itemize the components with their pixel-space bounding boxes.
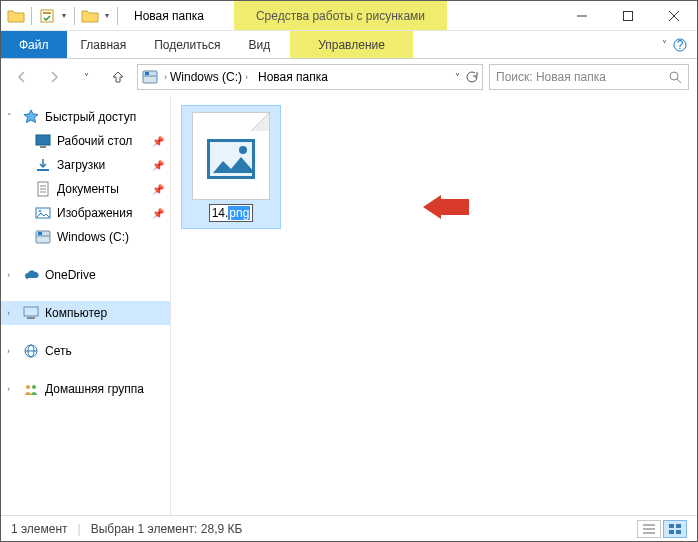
svg-rect-25 (24, 307, 38, 316)
tab-share[interactable]: Поделиться (140, 31, 234, 58)
sidebar-item-label: Сеть (45, 344, 72, 358)
folder-small-icon (7, 7, 25, 25)
quick-access-toolbar: ▾ ▾ Новая папка (1, 1, 204, 30)
svg-line-12 (677, 79, 681, 83)
sidebar-item-network[interactable]: › Сеть (1, 339, 170, 363)
status-item-count: 1 элемент (11, 522, 68, 536)
sidebar-item-label: Загрузки (57, 158, 105, 172)
search-icon (669, 71, 682, 84)
pin-icon: 📌 (152, 184, 164, 195)
svg-point-31 (32, 385, 36, 389)
tab-view[interactable]: Вид (234, 31, 284, 58)
view-details-button[interactable] (637, 520, 661, 538)
recent-locations-button[interactable]: ˅ (73, 64, 99, 90)
context-tab-header: Средства работы с рисунками (234, 1, 447, 30)
view-icons-button[interactable] (663, 520, 687, 538)
sidebar-item-label: Windows (C:) (57, 230, 129, 244)
maximize-button[interactable] (605, 1, 651, 30)
sidebar-item-label: Компьютер (45, 306, 107, 320)
sidebar-item-onedrive[interactable]: › OneDrive (1, 263, 170, 287)
drive-icon (142, 69, 158, 85)
forward-button[interactable] (41, 64, 67, 90)
sidebar-item-label: Рабочий стол (57, 134, 132, 148)
expand-icon[interactable]: ˅ (7, 112, 12, 122)
close-button[interactable] (651, 1, 697, 30)
svg-rect-24 (38, 232, 42, 235)
window-controls (559, 1, 697, 30)
breadcrumb-folder[interactable]: Новая папка (254, 70, 332, 84)
refresh-icon[interactable] (464, 70, 478, 84)
help-icon[interactable]: ? (673, 38, 687, 52)
cloud-icon (23, 267, 39, 283)
search-box[interactable]: Поиск: Новая папка (489, 64, 689, 90)
sidebar-item-homegroup[interactable]: › Домашняя группа (1, 377, 170, 401)
annotation-arrow-icon (423, 195, 469, 219)
sidebar-item-desktop[interactable]: Рабочий стол 📌 (1, 129, 170, 153)
separator (31, 7, 32, 25)
tab-home[interactable]: Главная (67, 31, 141, 58)
properties-icon[interactable] (38, 7, 56, 25)
svg-rect-13 (36, 135, 50, 145)
sidebar-item-pictures[interactable]: Изображения 📌 (1, 201, 170, 225)
svg-rect-15 (37, 169, 49, 171)
tab-file[interactable]: Файл (1, 31, 67, 58)
navigation-bar: ˅ ›Windows (C:)› Новая папка ˅ Поиск: Но… (1, 59, 697, 95)
file-list[interactable]: 14.png (171, 95, 697, 515)
ribbon-tabs: Файл Главная Поделиться Вид Управление ˅… (1, 31, 697, 59)
svg-point-30 (26, 385, 30, 389)
window-title: Новая папка (134, 9, 204, 23)
address-bar-tools: ˅ (455, 70, 478, 84)
address-bar[interactable]: ›Windows (C:)› Новая папка ˅ (137, 64, 483, 90)
svg-text:?: ? (677, 38, 684, 52)
pin-icon: 📌 (152, 160, 164, 171)
folder-small-icon (81, 7, 99, 25)
desktop-icon (35, 133, 51, 149)
expand-icon[interactable]: › (7, 270, 10, 280)
breadcrumb-label: Windows (C:) (170, 70, 242, 84)
breadcrumb-label: Новая папка (258, 70, 328, 84)
svg-rect-38 (676, 530, 681, 534)
chevron-down-icon: ˅ (662, 39, 667, 50)
minimize-button[interactable] (559, 1, 605, 30)
network-icon (23, 343, 39, 359)
rename-input[interactable]: 14.png (209, 204, 254, 222)
pictures-icon (35, 205, 51, 221)
separator (74, 7, 75, 25)
svg-rect-0 (41, 10, 53, 22)
separator (117, 7, 118, 25)
tab-manage[interactable]: Управление (290, 31, 413, 58)
expand-icon[interactable]: › (7, 308, 10, 318)
svg-rect-37 (669, 530, 674, 534)
sidebar-item-documents[interactable]: Документы 📌 (1, 177, 170, 201)
ribbon-collapse[interactable]: ˅ ? (662, 31, 697, 58)
svg-rect-1 (43, 12, 51, 14)
status-bar: 1 элемент | Выбран 1 элемент: 28,9 КБ (1, 515, 697, 541)
status-selection: Выбран 1 элемент: 28,9 КБ (91, 522, 243, 536)
computer-icon (23, 305, 39, 321)
dropdown-icon[interactable]: ˅ (455, 72, 460, 83)
svg-point-11 (670, 72, 678, 80)
sidebar-item-label: Документы (57, 182, 119, 196)
up-button[interactable] (105, 64, 131, 90)
svg-rect-14 (40, 146, 46, 148)
expand-icon[interactable]: › (7, 384, 10, 394)
sidebar-item-quick-access[interactable]: ˅ Быстрый доступ (1, 105, 170, 129)
search-placeholder: Поиск: Новая папка (496, 70, 606, 84)
qat-dropdown-icon[interactable]: ▾ (103, 11, 111, 20)
sidebar-item-drive[interactable]: Windows (C:) (1, 225, 170, 249)
file-item[interactable]: 14.png (181, 105, 281, 229)
svg-rect-36 (676, 524, 681, 528)
back-button[interactable] (9, 64, 35, 90)
body: ˅ Быстрый доступ Рабочий стол 📌 Загрузки… (1, 95, 697, 515)
breadcrumb-drive[interactable]: ›Windows (C:)› (160, 70, 252, 84)
navigation-pane: ˅ Быстрый доступ Рабочий стол 📌 Загрузки… (1, 95, 171, 515)
sidebar-item-downloads[interactable]: Загрузки 📌 (1, 153, 170, 177)
star-icon (23, 109, 39, 125)
expand-icon[interactable]: › (7, 346, 10, 356)
downloads-icon (35, 157, 51, 173)
sidebar-item-computer[interactable]: › Компьютер (1, 301, 170, 325)
svg-rect-26 (27, 317, 35, 319)
qat-dropdown-icon[interactable]: ▾ (60, 11, 68, 20)
sidebar-item-label: Изображения (57, 206, 132, 220)
file-thumbnail (192, 112, 270, 200)
